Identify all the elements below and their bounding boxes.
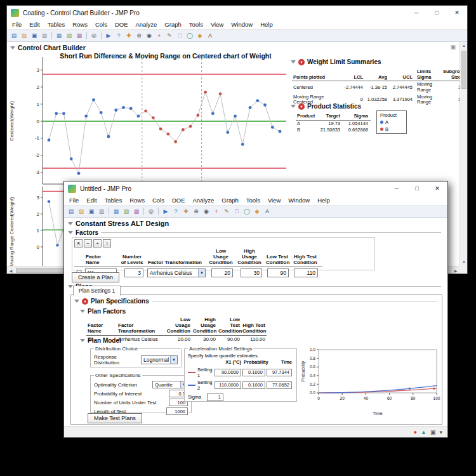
outline-plans[interactable]: Plans <box>68 283 441 290</box>
high-usage-input[interactable]: 30 <box>241 268 262 277</box>
annotate-tool-icon[interactable]: A <box>206 31 215 40</box>
transformation-select[interactable]: Arrhenius Celsius▼ <box>147 268 206 277</box>
script-window-icon[interactable]: ▧ <box>122 207 131 216</box>
hand-tool-icon[interactable]: ✚ <box>124 31 133 40</box>
menu-file[interactable]: File <box>8 20 25 29</box>
back-titlebar[interactable]: Coating - Control Chart Builder - JMP Pr… <box>7 6 467 20</box>
levels-input[interactable]: 3 <box>124 268 143 277</box>
length-of-test-input[interactable]: 1000 <box>166 407 188 415</box>
magnifier-tool-icon[interactable]: ⊕ <box>192 207 201 216</box>
legend-item[interactable]: B <box>380 126 403 132</box>
legend-item[interactable]: A <box>380 119 403 125</box>
zoom-tool-icon[interactable]: ◉ <box>202 207 211 216</box>
create-plan-button[interactable]: Create a Plan <box>72 272 119 282</box>
menu-edit[interactable]: Edit <box>83 196 100 204</box>
menu-cols[interactable]: Cols <box>149 196 168 204</box>
outline-plan-model[interactable]: Plan Model <box>80 337 121 344</box>
optimality-criterion-select[interactable]: Quantile▼ <box>152 381 188 388</box>
scroll-down-icon[interactable]: ▼ <box>460 258 467 266</box>
journal-icon[interactable]: ▦ <box>55 31 63 40</box>
menu-rows[interactable]: Rows <box>69 20 91 29</box>
annotate-tool-icon[interactable]: A <box>263 207 272 216</box>
eraser-tool-icon[interactable]: □ <box>232 207 241 216</box>
add-factor-button[interactable]: + <box>93 239 102 248</box>
menu-analyze[interactable]: Analyze <box>132 20 161 29</box>
print-icon[interactable]: ▥ <box>40 31 49 40</box>
menu-doe[interactable]: DOE <box>168 196 189 204</box>
outline-factors[interactable]: Factors <box>68 229 441 236</box>
menu-edit[interactable]: Edit <box>25 20 43 29</box>
menu-tools[interactable]: Tools <box>185 20 207 29</box>
menu-help[interactable]: Help <box>256 20 277 29</box>
menu-tables[interactable]: Tables <box>101 196 126 204</box>
log-status-icon[interactable]: ● <box>414 429 417 435</box>
save-icon[interactable]: ▣ <box>87 207 96 216</box>
menu-file[interactable]: File <box>65 196 83 204</box>
close-button[interactable]: ✕ <box>427 182 447 195</box>
menu-help[interactable]: Help <box>314 196 334 204</box>
zoom-tool-icon[interactable]: ◉ <box>145 31 154 40</box>
menu-tools[interactable]: Tools <box>242 196 264 204</box>
cursor-tool-icon[interactable]: ▶ <box>161 207 170 216</box>
setting2-x-input[interactable]: 110.0000 <box>215 381 241 389</box>
journal-icon[interactable]: ▦ <box>112 207 121 216</box>
red-triangle-menu-icon[interactable]: ▾ <box>298 103 305 110</box>
home-window-icon[interactable]: ▩ <box>75 31 84 40</box>
minimize-button[interactable]: ─ <box>387 182 407 195</box>
new-table-icon[interactable]: ▤ <box>67 207 76 216</box>
help-tool-icon[interactable]: ? <box>171 207 180 216</box>
menu-tables[interactable]: Tables <box>44 20 69 29</box>
lasso-tool-icon[interactable]: ◯ <box>185 31 194 40</box>
print-icon[interactable]: ▥ <box>97 207 106 216</box>
save-icon[interactable]: ▣ <box>30 31 39 40</box>
hand-tool-icon[interactable]: ✚ <box>182 207 190 216</box>
low-test-input[interactable]: 90 <box>267 268 289 277</box>
red-triangle-menu-icon[interactable]: ▾ <box>298 59 305 65</box>
sigma-input[interactable]: 1 <box>207 393 223 401</box>
outline-product-statistics[interactable]: ▾ Product Statistics <box>291 103 361 110</box>
crosshair-tool-icon[interactable]: + <box>212 207 221 216</box>
outline-weight-limit-summaries[interactable]: ▾ Weight Limit Summaries <box>291 58 381 65</box>
maximize-button[interactable]: □ <box>407 182 427 195</box>
setting2-probability-input[interactable]: 0.1000 <box>242 381 265 389</box>
menu-window[interactable]: Window <box>284 196 314 204</box>
help-tool-icon[interactable]: ? <box>114 31 123 40</box>
red-triangle-menu-icon[interactable]: ▾ <box>82 298 88 305</box>
brush-tool-icon[interactable]: ◆ <box>253 207 261 216</box>
new-table-icon[interactable]: ▤ <box>10 31 18 40</box>
menu-window[interactable]: Window <box>227 20 256 29</box>
tab-plan-settings-1[interactable]: Plan Settings 1 <box>73 286 121 296</box>
setting1-probability-input[interactable]: 0.1000 <box>242 369 265 376</box>
menu-analyze[interactable]: Analyze <box>189 196 218 204</box>
menu-view[interactable]: View <box>207 20 227 29</box>
menu-graph[interactable]: Graph <box>161 20 185 29</box>
setting1-x-input[interactable]: 90.0000 <box>215 369 241 376</box>
minimize-button[interactable]: ─ <box>406 6 426 20</box>
lasso-tool-icon[interactable]: ◯ <box>242 207 251 216</box>
scroll-thumb[interactable] <box>461 51 466 89</box>
pencil-tool-icon[interactable]: ✎ <box>222 207 231 216</box>
menu-view[interactable]: View <box>264 196 284 204</box>
outline-plan-factors[interactable]: Plan Factors <box>80 308 126 315</box>
crosshair-tool-icon[interactable]: + <box>155 31 164 40</box>
menu-rows[interactable]: Rows <box>126 196 149 204</box>
scroll-left-icon[interactable]: ◀ <box>7 267 15 274</box>
high-test-input[interactable]: 110 <box>294 268 318 277</box>
decrease-levels-button[interactable]: − <box>84 239 92 248</box>
menu-graph[interactable]: Graph <box>218 196 242 204</box>
report-title-header[interactable]: Constant Stress ALT Design <box>68 220 169 227</box>
search-icon[interactable]: ◎ <box>89 31 98 40</box>
dock-panel-icon[interactable]: ▣ <box>450 44 456 50</box>
open-icon[interactable]: ▨ <box>77 207 86 216</box>
window-list-icon[interactable]: ▣ <box>430 429 436 435</box>
outline-node-control-chart-builder[interactable]: Control Chart Builder <box>10 44 86 51</box>
reorder-factor-button[interactable]: ↕ <box>103 239 111 248</box>
outline-plan-specifications[interactable]: ▾ Plan Specifications <box>74 298 437 305</box>
scroll-up-icon[interactable]: ▲ <box>460 42 467 50</box>
failure-probability-plot[interactable]: 1.00.80.60.40.20.0020406080100TimeProbab… <box>300 346 440 417</box>
control-chart-plot[interactable]: 3210-1-2-3 <box>20 53 291 190</box>
open-icon[interactable]: ▨ <box>20 31 29 40</box>
cursor-tool-icon[interactable]: ▶ <box>104 31 113 40</box>
status-menu-caret-icon[interactable]: ▾ <box>439 429 442 435</box>
brush-tool-icon[interactable]: ◆ <box>195 31 204 40</box>
